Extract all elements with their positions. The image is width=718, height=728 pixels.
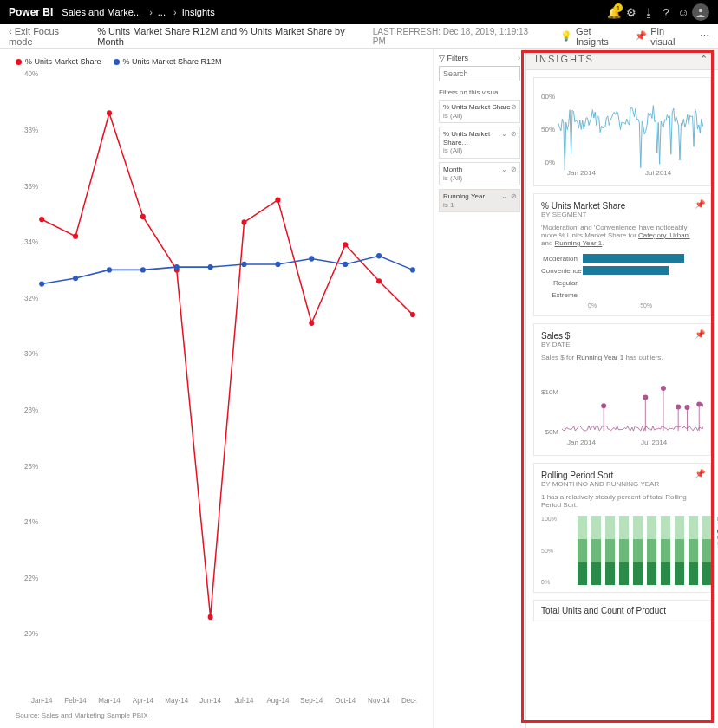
bar-row: Regular xyxy=(541,278,703,287)
svg-point-32 xyxy=(309,321,314,326)
expand-icon[interactable]: › xyxy=(518,54,520,62)
svg-text:100%: 100% xyxy=(541,93,555,101)
insight-card-footer[interactable]: Total Units and Count of Product xyxy=(533,600,711,621)
svg-point-24 xyxy=(39,217,44,222)
svg-point-0 xyxy=(699,9,702,12)
line-chart[interactable]: 20%22%24%26%28%30%32%34%36%38%40%Jan-14F… xyxy=(16,69,417,708)
svg-point-42 xyxy=(242,262,247,267)
svg-text:30%: 30% xyxy=(24,350,39,358)
filter-card[interactable]: % Units Market Shareis (All)⌄⊘ xyxy=(439,100,520,123)
settings-icon[interactable]: ⚙ xyxy=(623,3,640,21)
svg-text:Jul 2014: Jul 2014 xyxy=(645,169,672,177)
svg-point-65 xyxy=(702,403,703,408)
breadcrumb-item[interactable]: Insights xyxy=(182,7,215,17)
insight-description: 'Moderation' and 'Convenience' have noti… xyxy=(541,224,703,247)
pin-icon[interactable]: 📌 xyxy=(695,199,705,209)
bar-axis: 0%50% xyxy=(541,302,703,309)
svg-text:$0M: $0M xyxy=(545,428,558,436)
legend-item[interactable]: % Units Market Share xyxy=(16,57,101,66)
app-header: Power BI Sales and Marke... › ... › Insi… xyxy=(0,0,718,24)
insight-subtitle: BY DATE xyxy=(541,341,703,348)
svg-point-34 xyxy=(376,278,382,283)
svg-text:Jun-14: Jun-14 xyxy=(199,697,221,705)
pin-visual-button[interactable]: 📌 Pin visual xyxy=(635,26,691,47)
pin-icon[interactable]: 📌 xyxy=(695,329,705,339)
svg-point-29 xyxy=(208,614,213,620)
svg-point-45 xyxy=(343,262,348,267)
svg-text:50%: 50% xyxy=(541,126,555,133)
svg-point-26 xyxy=(107,110,112,115)
more-options-button[interactable]: ⋯ xyxy=(700,30,709,42)
collapse-icon[interactable]: ⌃ xyxy=(700,54,709,65)
svg-text:38%: 38% xyxy=(24,127,39,134)
insight-title: Total Units and Count of Product xyxy=(541,606,703,615)
svg-text:Oct-14: Oct-14 xyxy=(335,697,356,705)
svg-point-47 xyxy=(410,267,415,272)
svg-text:20%: 20% xyxy=(24,630,39,638)
svg-point-38 xyxy=(107,267,112,272)
svg-text:Jan 2014: Jan 2014 xyxy=(567,169,596,177)
svg-text:Mar-14: Mar-14 xyxy=(98,697,121,705)
notifications-icon[interactable]: 🔔1 xyxy=(605,3,623,21)
insights-pane: INSIGHTS⌃ 100%50%0%Jan 2014Jul 2014 📌 % … xyxy=(525,49,718,728)
filter-card[interactable]: % Units Market Share…is (All)⌄⊘ xyxy=(439,127,520,159)
svg-text:36%: 36% xyxy=(24,182,39,190)
help-icon[interactable]: ? xyxy=(657,3,675,21)
filter-card[interactable]: Monthis (All)⌄⊘ xyxy=(439,162,520,185)
insight-card-rolling[interactable]: 📌 Rolling Period Sort BY MONTHNO AND RUN… xyxy=(533,463,711,593)
svg-point-41 xyxy=(208,264,213,270)
exit-focus-button[interactable]: ‹ Exit Focus mode xyxy=(9,26,85,47)
insight-card-segment[interactable]: 📌 % Units Market Share BY SEGMENT 'Moder… xyxy=(533,193,711,316)
feedback-icon[interactable]: ☺ xyxy=(675,3,692,21)
filter-card[interactable]: Running Yearis 1⌄⊘ xyxy=(439,189,520,212)
insight-subtitle: BY MONTHNO AND RUNNING YEAR xyxy=(541,480,703,488)
svg-text:40%: 40% xyxy=(24,70,39,78)
breadcrumb-item[interactable]: Sales and Marke... xyxy=(62,7,141,17)
brand-label: Power BI xyxy=(9,6,53,18)
svg-text:May-14: May-14 xyxy=(165,697,188,705)
insight-card-teaser[interactable]: 100%50%0%Jan 2014Jul 2014 xyxy=(533,77,711,186)
svg-text:Nov-14: Nov-14 xyxy=(368,697,390,705)
svg-text:26%: 26% xyxy=(24,463,39,471)
svg-point-39 xyxy=(140,267,146,272)
pin-icon[interactable]: 📌 xyxy=(695,469,705,478)
svg-text:Dec-14: Dec-14 xyxy=(401,697,417,705)
legend-item[interactable]: % Units Market Share R12M xyxy=(114,57,222,66)
insight-card-sales[interactable]: 📌 Sales $ BY DATE Sales $ for Running Ye… xyxy=(533,323,711,456)
insight-subtitle: BY SEGMENT xyxy=(541,211,703,218)
get-insights-button[interactable]: 💡 Get Insights xyxy=(560,26,626,47)
svg-text:Jul-14: Jul-14 xyxy=(235,697,254,705)
download-icon[interactable]: ⭳ xyxy=(640,3,657,21)
filters-search-input[interactable] xyxy=(439,66,520,81)
chart-source: Source: Sales and Marketing Sample PBIX xyxy=(16,712,417,719)
stacked-bar-chart xyxy=(560,516,712,585)
svg-point-25 xyxy=(73,233,78,238)
svg-text:Jan-14: Jan-14 xyxy=(31,697,53,705)
svg-point-36 xyxy=(39,281,44,286)
svg-point-44 xyxy=(309,256,314,261)
insights-header[interactable]: INSIGHTS⌃ xyxy=(526,49,718,70)
bar-row: Convenience xyxy=(541,266,703,275)
main-content: % Units Market Share % Units Market Shar… xyxy=(0,49,718,728)
svg-text:Jan 2014: Jan 2014 xyxy=(567,439,596,446)
visual-toolbar: ‹ Exit Focus mode % Units Market Share R… xyxy=(0,24,718,49)
svg-text:Feb-14: Feb-14 xyxy=(64,697,87,705)
svg-point-40 xyxy=(174,264,180,270)
svg-text:22%: 22% xyxy=(24,575,39,582)
insight-description: 1 has a relatively steady percent of tot… xyxy=(541,493,703,509)
breadcrumb: Sales and Marke... › ... › Insights xyxy=(62,7,214,17)
filters-header[interactable]: ▽ Filters› xyxy=(439,54,520,62)
bar-row: Extreme xyxy=(541,290,703,299)
breadcrumb-item[interactable]: ... xyxy=(158,7,166,17)
svg-text:Jul 2014: Jul 2014 xyxy=(641,439,668,446)
avatar[interactable] xyxy=(692,3,709,21)
svg-point-35 xyxy=(410,312,415,317)
svg-text:$10M: $10M xyxy=(541,388,558,396)
insight-description: Sales $ for Running Year 1 has outliers. xyxy=(541,354,703,361)
svg-point-43 xyxy=(275,262,280,267)
svg-text:Aug-14: Aug-14 xyxy=(266,697,289,705)
svg-point-46 xyxy=(376,253,382,258)
svg-text:34%: 34% xyxy=(24,238,39,246)
filters-section-label: Filters on this visual xyxy=(439,88,520,96)
svg-text:Sep-14: Sep-14 xyxy=(300,697,323,705)
